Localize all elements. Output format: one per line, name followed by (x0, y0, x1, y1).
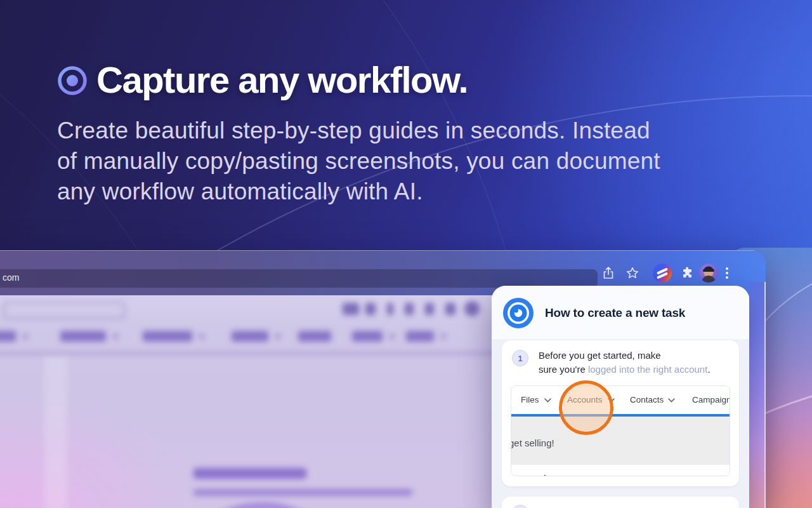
content-subtitle-blob (193, 489, 412, 496)
hero-title: Capture any workflow. (96, 58, 468, 101)
window-right-edge (749, 282, 766, 508)
highlight-annotation-circle (559, 380, 613, 435)
nav-item[interactable] (352, 331, 383, 342)
page-toolbar-icon (425, 303, 434, 315)
hero-description-line: Create beautiful step-by-step guides in … (57, 116, 761, 146)
hero-description-line: any workflow automatically with AI. (57, 177, 761, 207)
page-toolbar-icon (464, 301, 480, 316)
browser-menu-icon[interactable] (726, 267, 728, 280)
step-card-1: 1 Before you get started, make sure you'… (502, 340, 739, 486)
step-number-badge: 2 (512, 505, 528, 508)
step-text: Before you get started, make sure you're… (539, 349, 732, 376)
account-link[interactable]: logged into the right account (588, 364, 707, 375)
chevron-down-icon (544, 398, 551, 403)
page-toolbar-icon (405, 303, 414, 315)
share-icon[interactable] (601, 266, 615, 280)
chart-ring-blob (169, 502, 357, 508)
tab-campaign[interactable]: Campaign (692, 386, 730, 414)
screenshot-body: get selling! (511, 417, 730, 465)
nav-item[interactable] (143, 331, 192, 342)
profile-avatar[interactable] (699, 264, 718, 283)
record-target-icon (56, 64, 89, 97)
marketing-slide: Capture any workflow. Create beautiful s… (0, 0, 812, 508)
chevron-down-icon (668, 398, 675, 403)
page-toolbar-icon (387, 303, 393, 315)
embedded-screenshot: Files Accounts Contacts Campaign get sel… (511, 385, 730, 476)
page-toolbar-icon (365, 303, 376, 315)
content-heading-blob (193, 468, 306, 479)
hero-description: Create beautiful step-by-step guides in … (57, 116, 761, 207)
hero-description-line: of manually copy/pasting screenshots, yo… (57, 146, 761, 177)
tango-logo-icon (503, 298, 534, 328)
tab-contacts[interactable]: Contacts (630, 386, 664, 414)
nav-item[interactable] (0, 331, 16, 342)
screenshot-inner-card: Play My Accounts (522, 465, 730, 476)
step-number-badge: 1 (512, 350, 528, 366)
screenshot-card-title: Play My Accounts (537, 473, 619, 476)
nav-item[interactable] (298, 331, 331, 342)
nav-item[interactable] (60, 331, 106, 342)
panel-header: How to create a new task (492, 286, 749, 339)
panel-title: How to create a new task (545, 306, 685, 320)
page-toolbar-icon (445, 303, 455, 315)
extension-panel: How to create a new task 1 Before you ge… (492, 286, 749, 508)
extensions-puzzle-icon[interactable] (680, 266, 694, 280)
nav-item[interactable] (406, 331, 434, 342)
screenshot-text: get selling! (511, 438, 554, 448)
url-bar[interactable]: com (0, 269, 598, 288)
page-search-box[interactable] (3, 302, 125, 319)
step-card-2: 2 (502, 497, 739, 508)
page-toolbar-icon (343, 303, 359, 315)
bookmark-star-icon[interactable] (625, 266, 639, 280)
url-text: com (3, 272, 19, 283)
nav-item[interactable] (232, 331, 268, 342)
tab-files[interactable]: Files (521, 386, 539, 414)
extension-logo-icon[interactable] (653, 264, 672, 283)
